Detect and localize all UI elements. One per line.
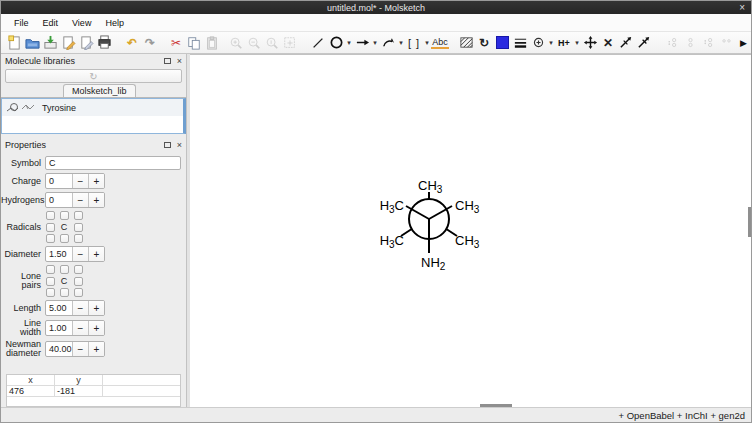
library-refresh-button[interactable]: ↻ (5, 69, 182, 83)
menu-view[interactable]: View (65, 16, 98, 30)
charge-increment-button[interactable]: + (88, 174, 104, 188)
print-icon[interactable] (95, 34, 113, 52)
hydrogen-tool-icon[interactable]: H+ (555, 34, 573, 52)
lone-pair-checkbox[interactable] (74, 277, 83, 286)
drawing-canvas[interactable]: CH3 H3C CH3 H3C CH3 NH2 (190, 54, 751, 407)
newman-diameter-increment-button[interactable]: + (88, 342, 104, 356)
new-file-icon[interactable] (5, 34, 23, 52)
toolbar-extension-icon[interactable]: ▶ (740, 38, 747, 48)
line-width-value[interactable]: 1.00 (46, 321, 72, 335)
radical-checkbox[interactable] (60, 234, 69, 243)
undo-icon[interactable]: ↶ (123, 34, 141, 52)
ring-tool-icon[interactable] (327, 34, 345, 52)
radical-pair-icon[interactable] (717, 34, 735, 52)
atom-label-upper-right[interactable]: CH3 (455, 198, 480, 215)
line-width-icon[interactable] (511, 34, 529, 52)
line-width-decrement-button[interactable]: − (72, 321, 88, 335)
symbol-input[interactable] (45, 156, 181, 170)
zoom-fit-icon[interactable] (281, 34, 299, 52)
paste-icon[interactable] (203, 34, 221, 52)
hydrogens-value[interactable]: 0 (46, 193, 72, 207)
reaction-arrow-icon[interactable] (353, 34, 371, 52)
lone-pair-icon[interactable] (681, 34, 699, 52)
lone-pair-checkbox[interactable] (60, 265, 69, 274)
draw-bond-icon[interactable] (309, 34, 327, 52)
curved-arrow-dropdown-icon[interactable]: ▾ (397, 39, 405, 47)
newman-projection-molecule[interactable]: CH3 H3C CH3 H3C CH3 NH2 (350, 154, 510, 284)
radical-checkbox[interactable] (74, 223, 83, 232)
hatch-fill-icon[interactable] (457, 34, 475, 52)
lone-pair-checkbox[interactable] (46, 288, 55, 297)
lone-pair-checkbox[interactable] (74, 288, 83, 297)
open-file-icon[interactable] (23, 34, 41, 52)
redo-icon[interactable]: ↷ (141, 34, 159, 52)
lone-pair-checkbox[interactable] (60, 288, 69, 297)
charge-dropdown-icon[interactable]: ▾ (547, 39, 555, 47)
ring-dropdown-icon[interactable]: ▾ (345, 39, 353, 47)
radical-checkbox[interactable] (46, 234, 55, 243)
menu-file[interactable]: File (7, 16, 36, 30)
radical-checkbox[interactable] (60, 211, 69, 220)
diameter-decrement-button[interactable]: − (72, 247, 88, 261)
atom-label-lower-right[interactable]: CH3 (455, 233, 480, 250)
menu-help[interactable]: Help (98, 16, 131, 30)
diameter-increment-button[interactable]: + (88, 247, 104, 261)
zoom-original-icon[interactable] (263, 34, 281, 52)
bracket-tool-icon[interactable]: [ ] (405, 34, 423, 52)
export-icon[interactable] (77, 34, 95, 52)
charge-value[interactable]: 0 (46, 174, 72, 188)
column-header-x[interactable]: x (7, 375, 55, 386)
curved-arrow-icon[interactable] (379, 34, 397, 52)
newman-diameter-decrement-button[interactable]: − (72, 342, 88, 356)
zoom-out-icon[interactable] (245, 34, 263, 52)
library-close-icon[interactable]: × (177, 56, 182, 66)
hydrogens-increment-button[interactable]: + (88, 193, 104, 207)
radical-checkbox[interactable] (46, 211, 55, 220)
tab-molsketch-lib[interactable]: Molsketch_lib (63, 84, 136, 97)
rotate-icon[interactable]: ↻ (475, 34, 493, 52)
charge-decrement-button[interactable]: − (72, 174, 88, 188)
arrow-dropdown-icon[interactable]: ▾ (371, 39, 379, 47)
radical-checkbox[interactable] (46, 223, 55, 232)
line-width-increment-button[interactable]: + (88, 321, 104, 335)
atom-label-upper-left[interactable]: H3C (380, 198, 404, 215)
radical-checkbox[interactable] (74, 211, 83, 220)
copy-icon[interactable] (185, 34, 203, 52)
electron-pair-icon[interactable] (663, 34, 681, 52)
zoom-in-icon[interactable] (227, 34, 245, 52)
text-tool-icon[interactable]: Abc (431, 34, 449, 52)
lone-pair-checkbox[interactable] (74, 265, 83, 274)
menu-edit[interactable]: Edit (36, 16, 66, 30)
bracket-dropdown-icon[interactable]: ▾ (423, 39, 431, 47)
lone-pair-checkbox[interactable] (46, 277, 55, 286)
molecule-bonds[interactable] (401, 192, 457, 253)
delete-tool-icon[interactable]: ✕ (599, 34, 617, 52)
properties-float-icon[interactable] (164, 142, 171, 148)
length-value[interactable]: 5.00 (46, 301, 72, 315)
properties-close-icon[interactable]: × (177, 140, 182, 150)
charge-tool-icon[interactable] (529, 34, 547, 52)
move-tool-icon[interactable] (581, 34, 599, 52)
radical-dot-icon[interactable] (699, 34, 717, 52)
lone-pair-checkbox[interactable] (46, 265, 55, 274)
newman-diameter-value[interactable]: 40.00 (46, 342, 72, 356)
length-increment-button[interactable]: + (88, 301, 104, 315)
color-swatch[interactable] (493, 34, 511, 52)
diameter-value[interactable]: 1.50 (46, 247, 72, 261)
list-item-tyrosine[interactable]: Tyrosine (2, 99, 183, 116)
hydrogens-decrement-button[interactable]: − (72, 193, 88, 207)
atom-label-lower-left[interactable]: H3C (380, 233, 404, 250)
window-close-button[interactable]: × (739, 1, 745, 14)
mechanism-arrow-alt-icon[interactable] (635, 34, 653, 52)
cell-x-value[interactable]: 476 (7, 386, 55, 397)
column-header-y[interactable]: y (55, 375, 103, 386)
atom-label-top[interactable]: CH3 (418, 178, 443, 195)
cut-icon[interactable]: ✂ (167, 34, 185, 52)
length-decrement-button[interactable]: − (72, 301, 88, 315)
vertical-scrollbar-thumb[interactable] (748, 207, 751, 237)
hydrogen-dropdown-icon[interactable]: ▾ (573, 39, 581, 47)
atom-label-bottom[interactable]: NH2 (421, 255, 446, 272)
cell-y-value[interactable]: -181 (55, 386, 103, 397)
horizontal-scrollbar-thumb[interactable] (480, 404, 512, 407)
mechanism-arrow-icon[interactable] (617, 34, 635, 52)
